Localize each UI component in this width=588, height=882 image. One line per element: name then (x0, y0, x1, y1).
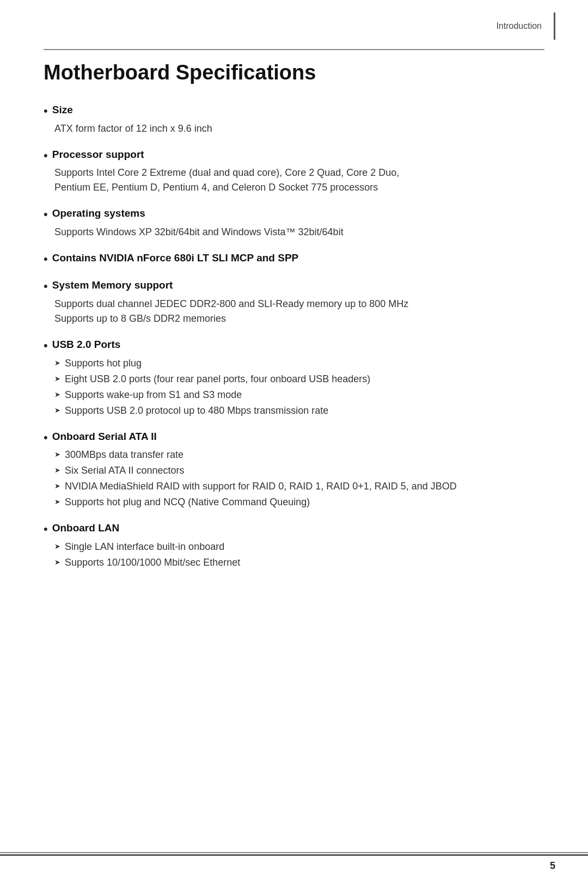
bottom-area: 5 (0, 852, 588, 882)
spec-heading-size: •Size (44, 103, 544, 119)
sublist-item-text: Supports wake-up from S1 and S3 mode (65, 388, 242, 402)
spec-section-onboard-lan: •Onboard LAN➤Single LAN interface built-… (44, 522, 544, 570)
spec-sublist-onboard-sata: ➤300MBps data transfer rate➤Six Serial A… (44, 448, 544, 510)
spec-title-nvidia-nforce: Contains NVIDIA nForce 680i LT SLI MCP a… (52, 252, 299, 265)
sublist-item-text: Six Serial ATA II connectors (65, 463, 184, 478)
bullet-dot: • (44, 103, 48, 119)
spec-sublist-item-onboard-sata-2: ➤NVIDIA MediaShield RAID with support fo… (54, 479, 544, 494)
bullet-dot: • (44, 338, 48, 354)
arrow-bullet-icon: ➤ (54, 358, 60, 369)
spec-title-operating-systems: Operating systems (52, 207, 145, 220)
arrow-bullet-icon: ➤ (54, 497, 60, 507)
spec-section-size: •SizeATX form factor of 12 inch x 9.6 in… (44, 103, 544, 136)
spec-section-system-memory: •System Memory supportSupports dual chan… (44, 279, 544, 326)
arrow-bullet-icon: ➤ (54, 373, 60, 384)
sublist-item-text: Eight USB 2.0 ports (four rear panel por… (65, 372, 370, 387)
spec-heading-onboard-sata: •Onboard Serial ATA II (44, 430, 544, 446)
spec-body-system-memory: Supports dual channel JEDEC DDR2-800 and… (44, 297, 544, 326)
spec-heading-nvidia-nforce: •Contains NVIDIA nForce 680i LT SLI MCP … (44, 252, 544, 267)
spec-sublist-item-usb-ports-3: ➤Supports USB 2.0 protocol up to 480 Mbp… (54, 403, 544, 418)
arrow-bullet-icon: ➤ (54, 389, 60, 400)
spec-title-onboard-lan: Onboard LAN (52, 522, 120, 535)
top-rule (44, 49, 544, 50)
spec-sublist-item-usb-ports-1: ➤Eight USB 2.0 ports (four rear panel po… (54, 372, 544, 387)
bottom-content: 5 (0, 856, 588, 872)
bullet-dot: • (44, 430, 48, 446)
specs-container: •SizeATX form factor of 12 inch x 9.6 in… (44, 103, 544, 570)
page-number: 5 (550, 860, 555, 872)
spec-heading-usb-ports: •USB 2.0 Ports (44, 338, 544, 354)
sublist-item-text: Supports hot plug (65, 356, 142, 371)
spec-heading-onboard-lan: •Onboard LAN (44, 522, 544, 537)
spec-title-size: Size (52, 103, 73, 117)
spec-section-onboard-sata: •Onboard Serial ATA II➤300MBps data tran… (44, 430, 544, 510)
spec-section-usb-ports: •USB 2.0 Ports➤Supports hot plug➤Eight U… (44, 338, 544, 418)
arrow-bullet-icon: ➤ (54, 465, 60, 476)
bottom-rule-top (0, 852, 588, 853)
spec-sublist-item-onboard-sata-3: ➤Supports hot plug and NCQ (Native Comma… (54, 495, 544, 510)
bullet-dot: • (44, 207, 48, 223)
spec-sublist-onboard-lan: ➤Single LAN interface built-in onboard➤S… (44, 540, 544, 570)
spec-heading-system-memory: •System Memory support (44, 279, 544, 295)
spec-heading-operating-systems: •Operating systems (44, 207, 544, 223)
page-title: Motherboard Specifications (44, 61, 544, 84)
main-content: Motherboard Specifications •SizeATX form… (0, 0, 588, 626)
bullet-dot: • (44, 522, 48, 537)
bullet-dot: • (44, 252, 48, 267)
arrow-bullet-icon: ➤ (54, 541, 60, 552)
spec-body-operating-systems: Supports Windows XP 32bit/64bit and Wind… (44, 225, 544, 240)
section-title: Introduction (496, 21, 542, 31)
arrow-bullet-icon: ➤ (54, 449, 60, 460)
bullet-dot: • (44, 279, 48, 295)
arrow-bullet-icon: ➤ (54, 481, 60, 492)
sublist-item-text: Supports USB 2.0 protocol up to 480 Mbps… (65, 403, 328, 418)
spec-title-usb-ports: USB 2.0 Ports (52, 338, 121, 352)
spec-body-size: ATX form factor of 12 inch x 9.6 inch (44, 121, 544, 136)
spec-body-processor-support: Supports Intel Core 2 Extreme (dual and … (44, 166, 544, 195)
spec-sublist-item-onboard-sata-0: ➤300MBps data transfer rate (54, 448, 544, 462)
spec-title-processor-support: Processor support (52, 148, 144, 162)
spec-sublist-item-usb-ports-2: ➤Supports wake-up from S1 and S3 mode (54, 388, 544, 402)
spec-sublist-item-onboard-sata-1: ➤Six Serial ATA II connectors (54, 463, 544, 478)
spec-section-operating-systems: •Operating systemsSupports Windows XP 32… (44, 207, 544, 240)
spec-section-nvidia-nforce: •Contains NVIDIA nForce 680i LT SLI MCP … (44, 252, 544, 267)
sublist-item-text: 300MBps data transfer rate (65, 448, 183, 462)
spec-sublist-item-usb-ports-0: ➤Supports hot plug (54, 356, 544, 371)
header-divider (554, 13, 555, 40)
spec-sublist-item-onboard-lan-1: ➤Supports 10/100/1000 Mbit/sec Ethernet (54, 555, 544, 570)
arrow-bullet-icon: ➤ (54, 405, 60, 416)
header-area: Introduction (0, 0, 588, 44)
sublist-item-text: Single LAN interface built-in onboard (65, 540, 224, 554)
header-right: Introduction (496, 13, 555, 40)
page-container: Introduction Motherboard Specifications … (0, 0, 588, 882)
spec-title-system-memory: System Memory support (52, 279, 173, 292)
spec-sublist-usb-ports: ➤Supports hot plug➤Eight USB 2.0 ports (… (44, 356, 544, 418)
sublist-item-text: Supports hot plug and NCQ (Native Comman… (65, 495, 310, 510)
spec-title-onboard-sata: Onboard Serial ATA II (52, 430, 157, 444)
arrow-bullet-icon: ➤ (54, 557, 60, 568)
sublist-item-text: NVIDIA MediaShield RAID with support for… (65, 479, 457, 494)
bullet-dot: • (44, 148, 48, 164)
spec-section-processor-support: •Processor supportSupports Intel Core 2 … (44, 148, 544, 195)
spec-sublist-item-onboard-lan-0: ➤Single LAN interface built-in onboard (54, 540, 544, 554)
spec-heading-processor-support: •Processor support (44, 148, 544, 164)
sublist-item-text: Supports 10/100/1000 Mbit/sec Ethernet (65, 555, 240, 570)
